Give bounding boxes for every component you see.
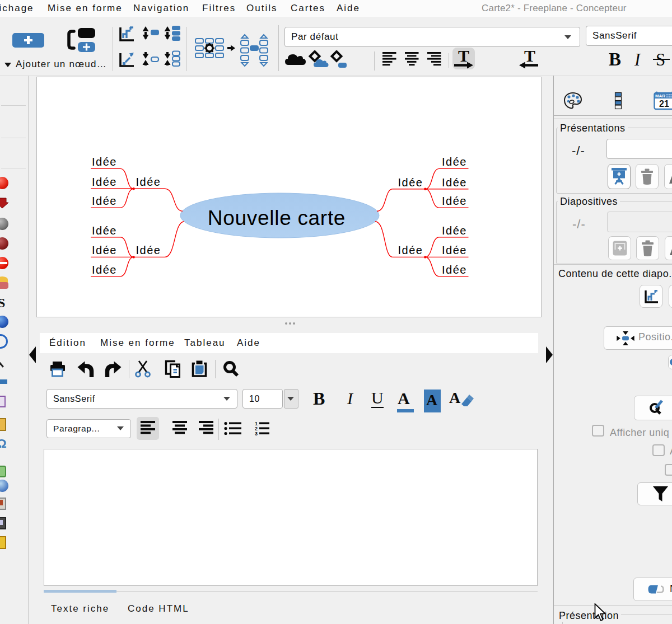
svg-text:MAR: MAR [655, 93, 665, 98]
svg-text:Idée: Idée [92, 156, 117, 168]
svg-text:Idée: Idée [442, 195, 467, 207]
svg-text:Idée: Idée [398, 244, 423, 256]
svg-text:Idée: Idée [442, 264, 467, 276]
svg-text:Idée: Idée [92, 176, 117, 188]
svg-text:Idée: Idée [92, 224, 117, 237]
svg-text:Idée: Idée [136, 176, 161, 188]
svg-text:21: 21 [659, 99, 669, 109]
svg-text:Idée: Idée [442, 176, 467, 189]
svg-text:Idée: Idée [442, 224, 467, 237]
svg-text:Idée: Idée [136, 244, 161, 256]
svg-text:Idée: Idée [442, 244, 467, 256]
svg-text:Idée: Idée [398, 176, 423, 189]
svg-text:3: 3 [255, 431, 258, 436]
svg-text:Idée: Idée [442, 156, 467, 168]
svg-text:Idée: Idée [92, 264, 117, 276]
svg-text:Nouvelle carte: Nouvelle carte [208, 207, 346, 229]
svg-text:Idée: Idée [92, 244, 117, 256]
svg-text:Idée: Idée [92, 195, 117, 207]
